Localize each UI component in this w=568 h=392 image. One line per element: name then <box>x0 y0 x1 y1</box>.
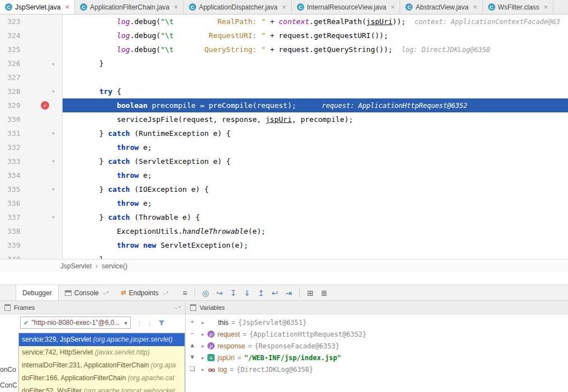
code-text[interactable]: } catch (RuntimeException e) { <box>63 126 568 140</box>
step-into-icon[interactable]: ↧ <box>230 289 237 297</box>
editor-gutter[interactable]: 338 <box>0 224 63 238</box>
editor-gutter[interactable]: 335▾ <box>0 182 63 196</box>
editor-gutter[interactable]: 329✓ <box>0 98 63 112</box>
editor-tab[interactable]: CAbstractView.java× <box>400 0 482 14</box>
editor-gutter[interactable]: 325 <box>0 42 63 56</box>
code-text[interactable]: try { <box>63 84 568 98</box>
editor-gutter[interactable]: 337▾ <box>0 210 63 224</box>
frames-header-mark-icon[interactable]: →* <box>173 305 181 310</box>
fold-marker-icon[interactable]: ▾ <box>51 182 55 196</box>
editor-gutter[interactable]: 340 <box>0 252 63 259</box>
expand-chevron-icon[interactable]: ▸ <box>198 355 207 361</box>
run-to-cursor-icon[interactable]: ⇥ <box>285 289 292 297</box>
debug-tab-console[interactable]: Console→* <box>59 285 115 300</box>
fold-marker-icon[interactable]: ▾ <box>51 210 55 224</box>
variable-row[interactable]: ▸presponse={ResponseFacade@6353} <box>198 340 568 352</box>
editor-gutter[interactable]: 328▾ <box>0 84 63 98</box>
expand-chevron-icon[interactable]: ▸ <box>198 331 207 337</box>
fold-marker-icon[interactable]: ▴ <box>51 56 55 70</box>
editor-tab[interactable]: CApplicationFilterChain.java× <box>75 0 184 14</box>
editor-tab[interactable]: CWsFilter.class× <box>483 0 554 14</box>
code-text[interactable]: throw e; <box>63 140 568 154</box>
breadcrumb-class[interactable]: JspServlet <box>60 262 92 270</box>
code-text[interactable] <box>63 70 568 84</box>
code-text[interactable]: boolean precompile = preCompile(request)… <box>63 98 568 112</box>
fold-marker-icon[interactable]: ▾ <box>51 84 55 98</box>
close-tab-icon[interactable]: × <box>65 3 69 11</box>
editor-tab[interactable]: CInternalResourceView.java× <box>292 0 400 14</box>
expand-chevron-icon[interactable]: ▸ <box>198 319 207 325</box>
expand-chevron-icon[interactable]: ▸ <box>198 343 207 349</box>
close-tab-icon[interactable]: × <box>473 3 477 11</box>
code-text[interactable]: log.debug("\t RealPath: " + context.getR… <box>63 15 568 29</box>
editor-gutter[interactable]: 331▾ <box>0 126 63 140</box>
drop-frame-icon[interactable]: ↩ <box>272 289 278 297</box>
editor-gutter[interactable]: 323 <box>0 15 63 29</box>
code-text[interactable]: } <box>63 252 568 259</box>
code-text[interactable]: log.debug("\t RequestURI: " + request.ge… <box>63 29 568 42</box>
frame-location: internalDoFilter:231, ApplicationFilterC… <box>22 361 151 369</box>
move-watch-up-icon[interactable]: ▲ <box>190 342 196 348</box>
line-number: 334 <box>7 168 20 182</box>
editor-gutter[interactable]: 336 <box>0 196 63 210</box>
editor-gutter[interactable]: 330 <box>0 112 63 126</box>
frames-title: Frames <box>14 304 35 311</box>
mute-breakpoints-icon[interactable]: ≣ <box>321 289 328 297</box>
editor-gutter[interactable]: 333▾ <box>0 154 63 168</box>
code-text[interactable]: throw e; <box>63 168 568 182</box>
code-text[interactable]: } catch (Throwable e) { <box>63 210 568 224</box>
thread-selector[interactable]: ✔ "http-nio-8080-exec-1"@6,0... ▾ <box>20 317 131 329</box>
variable-row[interactable]: ▸≡jspUri="/WEB-INF/jsp/index.jsp" <box>198 352 568 363</box>
editor-gutter[interactable]: 326▴ <box>0 56 63 70</box>
code-text[interactable]: serviceJspFile(request, response, jspUri… <box>63 112 568 126</box>
variable-row[interactable]: ▸oolog={DirectJDKLog@6358} <box>198 363 568 375</box>
editor-gutter[interactable]: 327 <box>0 70 63 84</box>
fold-marker-icon[interactable]: ▾ <box>51 154 55 168</box>
dropdown-arrow-icon[interactable]: ▾ <box>121 320 130 326</box>
editor-tab[interactable]: CJspServlet.java× <box>0 0 75 14</box>
stack-frame-row[interactable]: service:329, JspServlet (org.apache.jasp… <box>19 333 184 346</box>
close-tab-icon[interactable]: × <box>174 3 178 11</box>
code-text[interactable]: throw new ServletException(e); <box>63 238 568 252</box>
stack-frame-row[interactable]: doFilter:52, WsFilter (org.apache.tomcat… <box>19 385 184 392</box>
code-text[interactable]: } <box>63 56 568 70</box>
remove-watch-icon[interactable]: − <box>191 330 194 337</box>
editor-code-area[interactable]: 323 log.debug("\t RealPath: " + context.… <box>0 15 568 259</box>
debug-tab-endpoints[interactable]: ⇄Endpoints→* <box>115 285 174 300</box>
view-breakpoints-icon[interactable]: ⊞ <box>307 289 314 297</box>
editor-gutter[interactable]: 332 <box>0 140 63 154</box>
stack-frame-row[interactable]: doFilter:166, ApplicationFilterChain (or… <box>19 372 184 385</box>
code-text[interactable]: throw e; <box>63 196 568 210</box>
next-frame-button[interactable]: ↓ <box>148 319 152 327</box>
stack-frame-row[interactable]: service:742, HttpServlet (javax.servlet.… <box>19 346 184 359</box>
stack-frame-row[interactable]: internalDoFilter:231, ApplicationFilterC… <box>19 359 184 372</box>
duplicate-watch-icon[interactable]: ❏ <box>190 366 195 372</box>
editor-gutter[interactable]: 339 <box>0 238 63 252</box>
code-text[interactable]: log.debug("\t QueryString: " + request.g… <box>63 42 568 56</box>
editor-tab[interactable]: CApplicationDispatcher.java× <box>184 0 292 14</box>
force-step-into-icon[interactable]: ⇓ <box>244 289 250 297</box>
step-out-icon[interactable]: ↥ <box>258 289 264 297</box>
add-watch-icon[interactable]: + <box>191 319 194 325</box>
fold-marker-icon[interactable]: ▾ <box>51 126 55 140</box>
layout-menu-icon[interactable]: ≡ <box>182 289 187 297</box>
code-text[interactable]: } catch (ServletException e) { <box>63 154 568 168</box>
show-execution-point-icon[interactable]: ◎ <box>202 289 209 297</box>
breakpoint-icon[interactable]: ✓ <box>41 101 49 110</box>
expand-chevron-icon[interactable]: ▸ <box>198 366 207 372</box>
hide-library-frames-filter-icon[interactable] <box>158 319 165 326</box>
breadcrumb-method[interactable]: service() <box>102 262 127 270</box>
variable-row[interactable]: ▸prequest={ApplicationHttpRequest@6352} <box>198 328 568 340</box>
variable-row[interactable]: ▸this={JspServlet@6351} <box>198 317 568 328</box>
code-text[interactable]: ExceptionUtils.handleThrowable(e); <box>63 224 568 238</box>
close-tab-icon[interactable]: × <box>391 3 395 11</box>
editor-gutter[interactable]: 334 <box>0 168 63 182</box>
close-tab-icon[interactable]: × <box>544 3 548 11</box>
debug-tab-debugger[interactable]: Debugger <box>16 285 59 300</box>
step-over-icon[interactable]: ↪ <box>216 289 223 297</box>
move-watch-down-icon[interactable]: ▼ <box>190 354 196 360</box>
code-text[interactable]: } catch (IOException e) { <box>63 182 568 196</box>
previous-frame-button[interactable]: ↑ <box>138 319 141 327</box>
editor-gutter[interactable]: 324 <box>0 29 63 42</box>
close-tab-icon[interactable]: × <box>282 3 286 11</box>
